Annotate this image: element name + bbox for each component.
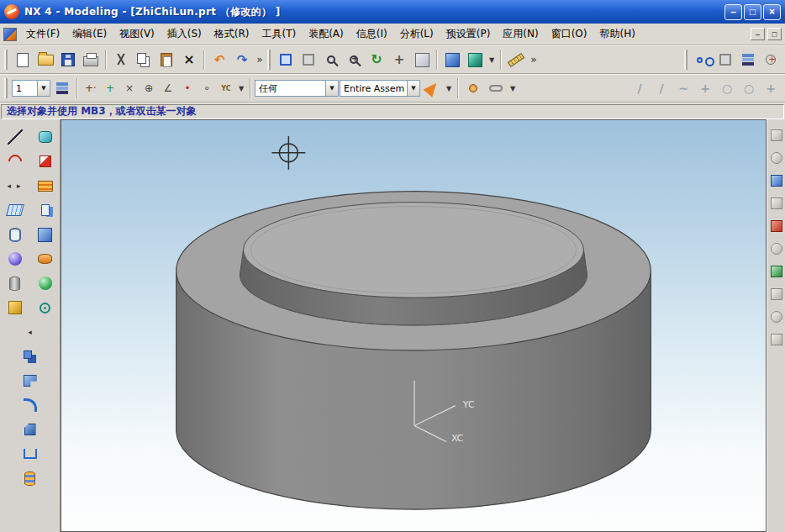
cube-button[interactable] bbox=[4, 297, 26, 319]
point-constructor-button[interactable] bbox=[462, 77, 484, 99]
zoom-area-button[interactable] bbox=[298, 49, 319, 71]
save-button[interactable] bbox=[57, 49, 79, 71]
undo-button[interactable]: ↶ bbox=[208, 49, 230, 71]
zoom-in-button[interactable] bbox=[343, 49, 365, 71]
toolbar-scroll-button[interactable]: ◂ ▸ bbox=[4, 175, 26, 197]
menu-assemblies[interactable]: 装配(A) bbox=[303, 24, 350, 45]
menu-format[interactable]: 格式(R) bbox=[208, 24, 256, 45]
plus-tool-button[interactable]: + bbox=[760, 77, 782, 99]
menu-application[interactable]: 应用(N) bbox=[497, 24, 544, 45]
resource-tab-3-icon[interactable] bbox=[771, 175, 782, 187]
menu-analysis[interactable]: 分析(L) bbox=[394, 24, 440, 45]
new-file-button[interactable] bbox=[12, 49, 34, 71]
fit-view-button[interactable] bbox=[275, 49, 297, 71]
resource-tab-9-icon[interactable] bbox=[771, 311, 782, 323]
print-button[interactable] bbox=[80, 49, 102, 71]
chevron-down-icon[interactable]: ▼ bbox=[325, 81, 338, 96]
hole-button[interactable] bbox=[34, 297, 56, 319]
datum-plane-button[interactable] bbox=[4, 199, 26, 221]
resource-tab-4-icon[interactable] bbox=[771, 198, 782, 209]
circle-tool-button[interactable]: ○ bbox=[716, 77, 738, 99]
surface-tool-button[interactable] bbox=[34, 126, 56, 148]
delete-button[interactable]: × bbox=[178, 49, 200, 71]
menu-information[interactable]: 信息(I) bbox=[350, 24, 393, 45]
menu-view[interactable]: 视图(V) bbox=[113, 24, 161, 45]
layer-list-button[interactable] bbox=[51, 77, 73, 99]
resource-tab-8-icon[interactable] bbox=[771, 288, 782, 300]
wireframe-view-button[interactable] bbox=[464, 49, 486, 71]
arc-tool-button[interactable] bbox=[4, 150, 26, 172]
close-button[interactable]: × bbox=[763, 4, 781, 20]
toolbar-grip[interactable] bbox=[267, 50, 271, 70]
child-minimize-button[interactable]: – bbox=[751, 28, 765, 40]
snap-intersection-button[interactable]: × bbox=[120, 78, 139, 98]
child-restore-button[interactable]: □ bbox=[767, 28, 782, 40]
chevron-down-icon[interactable]: ▼ bbox=[407, 81, 419, 96]
pan-view-button[interactable]: + bbox=[388, 49, 410, 71]
resource-tab-2-icon[interactable] bbox=[771, 152, 782, 164]
subtract-button[interactable] bbox=[19, 370, 41, 392]
spline-tool-button[interactable]: ~ bbox=[672, 77, 694, 99]
open-button[interactable] bbox=[34, 49, 56, 71]
menu-tools[interactable]: 工具(T) bbox=[256, 24, 302, 45]
measure-button[interactable] bbox=[505, 49, 527, 71]
work-layer-combo[interactable]: 1 ▼ bbox=[12, 80, 50, 97]
ellipse-tool-button[interactable]: ○ bbox=[738, 77, 760, 99]
point-tool-button[interactable]: + bbox=[694, 77, 716, 99]
snap-options-dropdown[interactable]: ▼ bbox=[236, 77, 246, 99]
snapshot-button[interactable] bbox=[714, 49, 736, 71]
sphere-button[interactable] bbox=[34, 272, 56, 294]
copy-button[interactable] bbox=[133, 49, 155, 71]
line-tool-button[interactable]: / bbox=[629, 77, 651, 99]
toolbar-grip[interactable] bbox=[4, 50, 8, 70]
snap-end-point-button[interactable]: +· bbox=[82, 78, 100, 98]
snap-center-button[interactable]: ⊕ bbox=[140, 78, 158, 98]
menu-file[interactable]: 文件(F) bbox=[20, 24, 66, 45]
sketch-button[interactable] bbox=[34, 199, 56, 221]
shell-button[interactable] bbox=[19, 443, 41, 465]
block-button[interactable] bbox=[34, 224, 56, 245]
constructor-dropdown[interactable]: ▼ bbox=[508, 77, 518, 99]
toolbar-overflow-chevron[interactable]: » bbox=[528, 54, 540, 66]
menu-edit[interactable]: 编辑(E) bbox=[66, 24, 113, 45]
snap-mid-point-button[interactable]: + bbox=[101, 78, 119, 98]
toolbar-grip[interactable] bbox=[684, 50, 688, 70]
rotate-view-button[interactable]: ↻ bbox=[366, 49, 387, 71]
toolbar-grip[interactable] bbox=[4, 78, 8, 98]
menu-window[interactable]: 窗口(O) bbox=[545, 24, 593, 45]
resource-tab-6-icon[interactable] bbox=[771, 243, 782, 255]
unite-button[interactable] bbox=[19, 345, 41, 367]
line-2-tool-button[interactable]: / bbox=[651, 77, 672, 99]
revolve-button[interactable] bbox=[4, 248, 26, 270]
render-style-dropdown[interactable]: ▼ bbox=[487, 49, 497, 71]
graphics-canvas[interactable]: YC XC bbox=[61, 120, 766, 531]
snap-point-button[interactable]: • bbox=[178, 78, 197, 98]
solid-body-model[interactable] bbox=[176, 192, 651, 509]
selection-scope-combo[interactable]: Entire Assemb ▼ bbox=[340, 80, 420, 97]
paste-button[interactable] bbox=[155, 49, 177, 71]
resource-tab-7-icon[interactable] bbox=[771, 266, 782, 277]
zoom-box-button[interactable] bbox=[320, 49, 342, 71]
layer-settings-button[interactable] bbox=[737, 49, 759, 71]
collapse-button[interactable]: ◂ bbox=[19, 321, 41, 343]
wcs-display-button[interactable] bbox=[760, 49, 782, 71]
chevron-down-icon[interactable]: ▼ bbox=[37, 81, 50, 96]
boss-button[interactable] bbox=[34, 248, 56, 270]
redo-button[interactable]: ↷ bbox=[231, 49, 253, 71]
menu-preferences[interactable]: 预设置(P) bbox=[440, 24, 497, 45]
chamfer-button[interactable] bbox=[19, 419, 41, 440]
snap-curve-point-button[interactable]: ∘ bbox=[198, 78, 216, 98]
view-glasses-button[interactable] bbox=[692, 49, 714, 71]
line-tool-button[interactable] bbox=[4, 126, 26, 148]
extrude-button[interactable] bbox=[4, 224, 26, 245]
spline-tool-button[interactable] bbox=[34, 150, 56, 172]
cut-button[interactable] bbox=[110, 49, 132, 71]
resource-tab-10-icon[interactable] bbox=[771, 334, 782, 345]
layer-stack-button[interactable] bbox=[34, 175, 56, 197]
thread-button[interactable] bbox=[19, 467, 41, 489]
resource-tab-1-icon[interactable] bbox=[771, 129, 782, 141]
cylinder-button[interactable] bbox=[4, 272, 26, 294]
perspective-button[interactable] bbox=[411, 49, 433, 71]
highlight-button[interactable] bbox=[421, 77, 443, 99]
highlight-dropdown[interactable]: ▼ bbox=[444, 77, 454, 99]
